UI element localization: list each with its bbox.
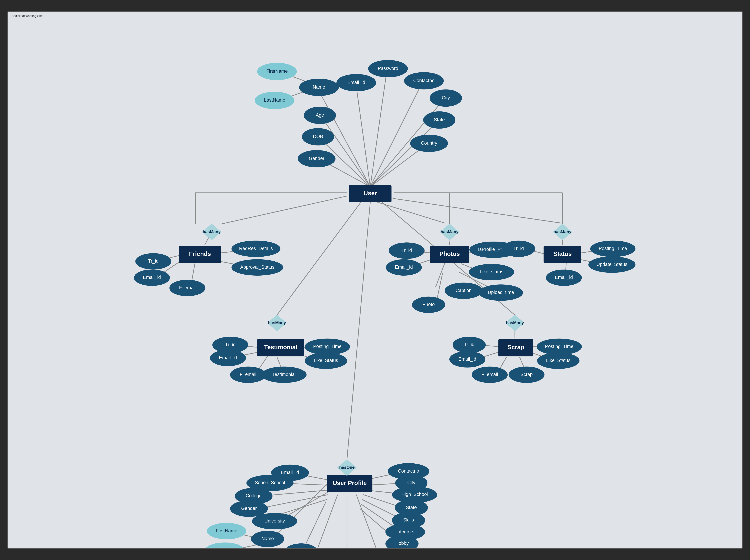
attr-gender-user-label: Gender bbox=[309, 156, 324, 161]
svg-line-1 bbox=[356, 86, 370, 187]
attr-emailid-photos-label: Email_id bbox=[395, 264, 413, 270]
attr-contactno-profile-label: Contactno bbox=[398, 468, 419, 474]
attr-testimonial-testimonial-label: Testimonial bbox=[272, 372, 296, 377]
attr-state-profile-label: State bbox=[406, 505, 417, 510]
diagram-frame: Social Networking Site bbox=[7, 11, 743, 549]
entity-testimonial-label: Testimonial bbox=[264, 344, 297, 351]
diamond-hasmany-friends-label: hasMany bbox=[203, 229, 221, 234]
entity-status-label: Status bbox=[553, 251, 572, 257]
svg-line-5 bbox=[370, 121, 438, 186]
attr-highschool-profile-label: High_School bbox=[401, 492, 428, 497]
attr-skills-profile-label: Skills bbox=[403, 517, 414, 522]
attr-emailid-testimonial-label: Email_id bbox=[219, 355, 237, 360]
attr-caption-photos-label: Caption bbox=[455, 288, 472, 293]
attr-likestatus-scrap-label: Like_Status bbox=[546, 358, 570, 363]
attr-university-profile-label: University bbox=[264, 518, 285, 523]
entity-scrap-label: Scrap bbox=[507, 344, 524, 351]
attr-emailid-friends-label: Email_id bbox=[143, 275, 161, 280]
diamond-hasone-userprofile-label: hasOne bbox=[339, 465, 355, 469]
attr-trid-status-label: Tr_id bbox=[513, 246, 524, 251]
entity-photos-label: Photos bbox=[439, 251, 460, 257]
attr-posting-scrap-label: Posting_Time bbox=[545, 344, 573, 349]
attr-likestatus-testimonial-label: Like_Status bbox=[314, 358, 338, 363]
attr-femail-scrap-label: F_email bbox=[482, 372, 498, 377]
attr-uploadtime-photos-label: Upload_time bbox=[488, 290, 514, 295]
diamond-hasmany-testimonial-label: hasMany bbox=[268, 320, 286, 325]
attr-state-user-label: State bbox=[434, 117, 445, 122]
svg-line-24 bbox=[277, 202, 361, 315]
svg-line-63 bbox=[272, 483, 328, 539]
attr-emailid-profile-label: Email_id bbox=[281, 470, 299, 475]
attr-femail-friends-label: F_email bbox=[179, 285, 196, 290]
attr-approval-friends-label: Approval_Status bbox=[240, 264, 275, 270]
attr-updatestatus-status-label: Update_Status bbox=[596, 262, 628, 267]
attr-city-profile-label: City bbox=[407, 480, 415, 485]
attr-dob-profile bbox=[285, 544, 318, 548]
attr-firstname-profile-label: FirstName bbox=[216, 528, 238, 533]
attr-contactno-user-label: Contactno bbox=[413, 78, 434, 83]
attr-likestatus-photos-label: Like_status bbox=[480, 269, 504, 274]
svg-line-14 bbox=[377, 202, 445, 223]
svg-line-7 bbox=[321, 117, 370, 186]
attr-lastname-profile-label: LastName bbox=[214, 548, 235, 548]
er-diagram: User Friends Testimonial Photos Status S… bbox=[8, 12, 742, 548]
attr-emailid-scrap-label: Email_id bbox=[458, 357, 476, 362]
entity-friends-label: Friends bbox=[189, 251, 211, 257]
attr-lastname-profile bbox=[205, 543, 244, 548]
attr-emailid-user-label: Email_id bbox=[347, 80, 365, 85]
attr-trid-testimonial-label: Tr_id bbox=[225, 342, 236, 347]
attr-country-user-label: Country bbox=[421, 140, 437, 145]
svg-line-2 bbox=[370, 73, 387, 187]
attr-interests-profile-label: Interests bbox=[396, 529, 414, 534]
attr-name-profile-label: Name bbox=[261, 536, 274, 541]
entity-user-label: User bbox=[364, 190, 377, 197]
attr-posting-testimonial-label: Posting_Time bbox=[313, 344, 342, 349]
attr-password-label: Password bbox=[378, 66, 399, 71]
attr-posting-status-label: Posting_Time bbox=[599, 246, 627, 251]
attr-age-user-label: Age bbox=[316, 112, 324, 118]
svg-line-12 bbox=[221, 196, 347, 224]
attr-trid-photos-label: Tr_id bbox=[402, 247, 412, 253]
attr-photo-photos-label: Photo bbox=[423, 302, 435, 307]
diamond-hasmany-scrap-label: hasMany bbox=[506, 320, 524, 325]
diamond-hasmany-status-label: hasMany bbox=[553, 229, 571, 234]
svg-line-6 bbox=[370, 145, 426, 186]
svg-line-66 bbox=[303, 502, 326, 548]
entity-userprofile-label: User Profile bbox=[333, 479, 367, 486]
attr-trid-friends-label: Tr_id bbox=[148, 259, 159, 264]
attr-scrap-scrap-label: Scrap bbox=[521, 372, 533, 377]
attr-city-user-label: City bbox=[442, 95, 450, 100]
svg-line-16 bbox=[393, 198, 562, 223]
attr-lastname-label: LastName bbox=[264, 97, 285, 103]
attr-dob-user-label: DOB bbox=[313, 134, 323, 139]
attr-name-label: Name bbox=[313, 84, 325, 89]
attr-femail-testimonial-label: F_email bbox=[240, 372, 257, 377]
attr-firstname-label: FirstName bbox=[266, 68, 288, 74]
attr-gender-profile-label: Gender bbox=[241, 506, 257, 511]
attr-trid-scrap-label: Tr_id bbox=[464, 342, 474, 347]
attr-college-profile-label: College bbox=[246, 493, 262, 498]
attr-hobby-profile-label: Hobby bbox=[395, 541, 409, 546]
attr-school-profile-label: Senoir_School bbox=[255, 480, 285, 485]
attr-emailid-status-label: Email_id bbox=[555, 275, 573, 280]
svg-line-26 bbox=[347, 202, 370, 460]
attr-reqres-friends-label: ReqRes_Details bbox=[239, 246, 273, 251]
diamond-hasmany-photos-label: hasMany bbox=[441, 229, 459, 234]
